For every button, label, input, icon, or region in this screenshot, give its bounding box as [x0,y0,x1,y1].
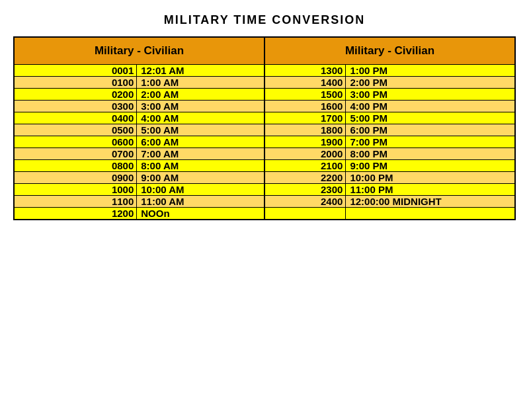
right-military-time: 1700 [264,112,346,124]
left-military-time: 0100 [14,77,137,89]
left-military-time: 0600 [14,136,137,148]
table-row: 1200NOOn [14,208,515,220]
left-civilian-time: 7:00 AM [137,148,264,160]
table-row: 000112:01 AM13001:00 PM [14,65,515,77]
right-military-time: 2100 [264,160,346,172]
right-civilian-time: 2:00 PM [346,77,515,89]
right-civilian-time: 3:00 PM [346,89,515,101]
left-civilian-time: 8:00 AM [137,160,264,172]
left-military-time: 0500 [14,124,137,136]
left-civilian-time: 5:00 AM [137,124,264,136]
page-container: MILITARY TIME CONVERSION Military - Civi… [13,13,516,220]
table-header: Military - Civilian Military - Civilian [14,37,515,65]
left-civilian-time: 1:00 AM [137,77,264,89]
left-civilian-time: 9:00 AM [137,172,264,184]
left-military-time: 0001 [14,65,137,77]
right-civilian-time: 9:00 PM [346,160,515,172]
right-civilian-time: 4:00 PM [346,101,515,112]
right-civilian-time: 11:00 PM [346,184,515,196]
page-title: MILITARY TIME CONVERSION [13,13,516,27]
conversion-table: Military - Civilian Military - Civilian … [13,36,516,220]
table-row: 01001:00 AM14002:00 PM [14,77,515,89]
table-row: 04004:00 AM17005:00 PM [14,112,515,124]
left-civilian-time: 10:00 AM [137,184,264,196]
right-military-time [264,208,346,220]
table-row: 08008:00 AM21009:00 PM [14,160,515,172]
table-row: 09009:00 AM220010:00 PM [14,172,515,184]
right-civilian-time: 7:00 PM [346,136,515,148]
right-civilian-time: 10:00 PM [346,172,515,184]
left-military-time: 0800 [14,160,137,172]
right-civilian-time: 12:00:00 MIDNIGHT [346,196,515,208]
table-row: 05005:00 AM18006:00 PM [14,124,515,136]
left-civilian-time: 2:00 AM [137,89,264,101]
right-civilian-time [346,208,515,220]
right-military-time: 2200 [264,172,346,184]
left-military-time: 0200 [14,89,137,101]
header-right: Military - Civilian [264,37,515,65]
left-military-time: 1100 [14,196,137,208]
left-civilian-time: NOOn [137,208,264,220]
right-military-time: 2300 [264,184,346,196]
left-military-time: 0400 [14,112,137,124]
right-military-time: 1800 [264,124,346,136]
left-civilian-time: 4:00 AM [137,112,264,124]
left-military-time: 0300 [14,101,137,112]
left-military-time: 1000 [14,184,137,196]
left-civilian-time: 3:00 AM [137,101,264,112]
left-civilian-time: 12:01 AM [137,65,264,77]
table-row: 02002:00 AM15003:00 PM [14,89,515,101]
table-row: 07007:00 AM20008:00 PM [14,148,515,160]
left-civilian-time: 6:00 AM [137,136,264,148]
table-row: 110011:00 AM240012:00:00 MIDNIGHT [14,196,515,208]
header-left: Military - Civilian [14,37,264,65]
left-military-time: 1200 [14,208,137,220]
table-row: 06006:00 AM19007:00 PM [14,136,515,148]
left-civilian-time: 11:00 AM [137,196,264,208]
right-civilian-time: 6:00 PM [346,124,515,136]
right-civilian-time: 8:00 PM [346,148,515,160]
table-row: 100010:00 AM230011:00 PM [14,184,515,196]
right-military-time: 1400 [264,77,346,89]
right-military-time: 1600 [264,101,346,112]
left-military-time: 0700 [14,148,137,160]
table-row: 03003:00 AM16004:00 PM [14,101,515,112]
right-military-time: 1900 [264,136,346,148]
right-civilian-time: 1:00 PM [346,65,515,77]
right-civilian-time: 5:00 PM [346,112,515,124]
right-military-time: 1300 [264,65,346,77]
right-military-time: 2000 [264,148,346,160]
right-military-time: 2400 [264,196,346,208]
right-military-time: 1500 [264,89,346,101]
left-military-time: 0900 [14,172,137,184]
